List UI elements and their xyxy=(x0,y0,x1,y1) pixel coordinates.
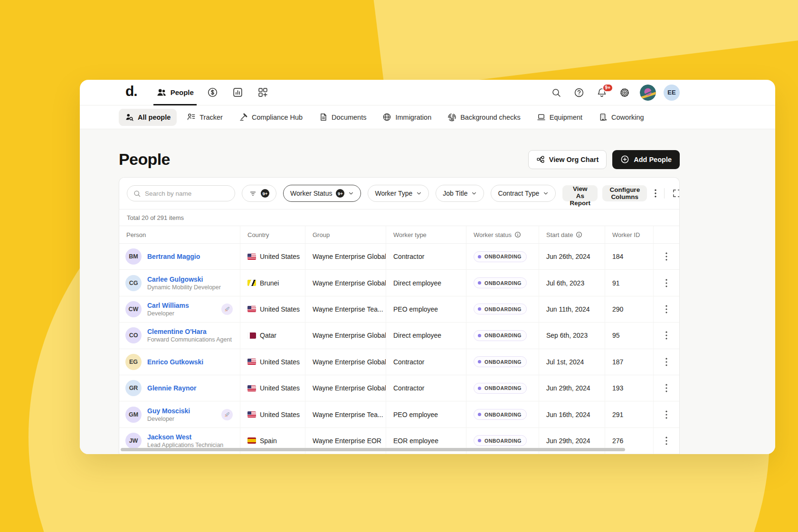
person-subtitle: Lead Applications Technician xyxy=(147,442,233,448)
start-date-cell: Sep 6th, 2023 xyxy=(539,323,605,349)
job-title-filter[interactable]: Job Title xyxy=(436,185,484,202)
tab-people[interactable]: People xyxy=(154,80,196,105)
user-initials: EE xyxy=(667,89,675,96)
content-area: People View Org Chart xyxy=(80,129,775,454)
subnav-coworking[interactable]: Coworking xyxy=(592,109,650,126)
worker-type-filter[interactable]: Worker Type xyxy=(368,185,429,202)
user-avatar[interactable]: EE xyxy=(664,85,680,101)
row-actions-button[interactable] xyxy=(662,381,671,395)
subnav-documents[interactable]: Documents xyxy=(313,109,372,126)
filter-funnel-icon xyxy=(249,190,257,198)
row-actions-button[interactable] xyxy=(662,302,671,316)
person-subtitle: Developer xyxy=(147,310,216,317)
notifications-button[interactable]: 9+ xyxy=(594,85,609,100)
settings-button[interactable] xyxy=(617,85,632,100)
column-header-worker-id: Worker ID xyxy=(605,226,653,244)
avatar: EG xyxy=(125,354,142,370)
subnav-equipment[interactable]: Equipment xyxy=(531,109,589,126)
country-name: United States xyxy=(260,384,300,392)
more-options-button[interactable] xyxy=(652,186,659,200)
contract-type-filter-label: Contract Type xyxy=(498,190,539,197)
chevron-down-icon xyxy=(348,191,354,196)
row-actions-button[interactable] xyxy=(662,355,671,369)
add-people-button[interactable]: Add People xyxy=(612,150,680,169)
status-dot xyxy=(478,334,481,337)
gear-icon xyxy=(619,87,630,98)
kebab-icon xyxy=(665,305,667,314)
status-text: ONBOARDING xyxy=(484,280,522,286)
help-icon xyxy=(574,87,584,98)
person-name-link[interactable]: Enrico Gutkowski xyxy=(147,358,233,366)
person-name-link[interactable]: Carlee Gulgowski xyxy=(147,276,233,283)
apps-tab[interactable] xyxy=(255,84,271,101)
person-name-link[interactable]: Guy Mosciski xyxy=(147,407,216,415)
row-actions-button[interactable] xyxy=(662,249,671,264)
people-icon xyxy=(156,87,167,98)
kebab-icon xyxy=(665,358,667,366)
org-chart-icon xyxy=(536,155,545,164)
table-row: BM Bertrand Maggio United States Wayne E… xyxy=(119,244,679,270)
insights-tab[interactable] xyxy=(229,84,246,101)
desktop-background: { "colors": { "background_yellow": "#F8C… xyxy=(0,0,798,532)
kebab-icon xyxy=(665,331,667,340)
contract-type-filter[interactable]: Contract Type xyxy=(491,185,556,202)
kebab-icon xyxy=(655,189,656,198)
view-org-chart-button[interactable]: View Org Chart xyxy=(528,150,607,169)
column-header-actions xyxy=(653,226,679,244)
status-text: ONBOARDING xyxy=(484,438,522,444)
kebab-icon xyxy=(665,279,667,287)
worker-id-cell: 290 xyxy=(605,296,653,323)
horizontal-scrollbar[interactable] xyxy=(121,448,625,451)
person-name-link[interactable]: Carl Williams xyxy=(147,302,216,309)
worker-type-cell: Contractor xyxy=(386,349,466,375)
search-button[interactable] xyxy=(549,85,564,100)
fullscreen-button[interactable] xyxy=(669,186,680,201)
column-header-worker-status: Worker status xyxy=(466,226,539,244)
table-row: CG Carlee Gulgowski Dynamic Mobility Dev… xyxy=(119,270,679,296)
payments-tab[interactable] xyxy=(204,84,221,101)
column-header-worker-type: Worker type xyxy=(386,226,466,244)
worker-type-cell: PEO employee xyxy=(386,401,466,428)
person-subtitle: Forward Communications Agent xyxy=(147,336,233,343)
subnav-all-people[interactable]: All people xyxy=(119,109,177,126)
row-actions-button[interactable] xyxy=(662,434,671,448)
deel-logo[interactable]: d. xyxy=(125,83,137,99)
filters-button[interactable]: 9+ xyxy=(242,185,276,202)
row-actions-button[interactable] xyxy=(662,328,671,342)
view-as-report-button[interactable]: View As Report xyxy=(562,185,598,201)
subnav-compliance-hub[interactable]: Compliance Hub xyxy=(233,109,309,126)
start-date-cell: Jun 26th, 2024 xyxy=(539,244,605,270)
top-nav: d. People xyxy=(80,80,775,105)
subnav-label: Documents xyxy=(332,114,366,121)
search-icon xyxy=(133,190,141,198)
status-badge: ONBOARDING xyxy=(474,435,527,446)
person-subtitle: Dynamic Mobility Developer xyxy=(147,284,233,291)
person-name-link[interactable]: Bertrand Maggio xyxy=(147,253,233,260)
status-dot xyxy=(478,439,481,442)
subnav-label: Background checks xyxy=(460,114,521,121)
info-icon[interactable] xyxy=(576,231,582,238)
group-cell: Wayne Enterprise Global xyxy=(305,323,386,349)
person-name-link[interactable]: Glennie Raynor xyxy=(147,384,233,392)
help-button[interactable] xyxy=(571,85,587,100)
group-cell: Wayne Enterprise Global xyxy=(305,270,386,296)
search-input[interactable] xyxy=(145,190,229,197)
status-dot xyxy=(478,255,481,258)
organization-avatar[interactable] xyxy=(640,85,656,101)
start-date-cell: Jul 1st, 2024 xyxy=(539,349,605,375)
person-name-link[interactable]: Jackson West xyxy=(147,433,233,441)
fingerprint-icon xyxy=(447,113,456,122)
worker-status-filter[interactable]: Worker Status 9+ xyxy=(283,185,361,202)
subnav-background-checks[interactable]: Background checks xyxy=(441,109,527,126)
globe-icon xyxy=(382,113,391,122)
subnav-tracker[interactable]: Tracker xyxy=(180,109,229,126)
person-name-link[interactable]: Clementine O'Hara xyxy=(147,328,233,335)
row-actions-button[interactable] xyxy=(662,408,671,422)
table-summary: Total 20 of 291 items xyxy=(119,209,679,226)
kebab-icon xyxy=(665,410,667,419)
configure-columns-button[interactable]: Configure Columns xyxy=(602,185,647,201)
row-actions-button[interactable] xyxy=(662,276,671,290)
status-text: ONBOARDING xyxy=(484,412,522,418)
subnav-immigration[interactable]: Immigration xyxy=(376,109,437,126)
info-icon[interactable] xyxy=(514,231,521,238)
